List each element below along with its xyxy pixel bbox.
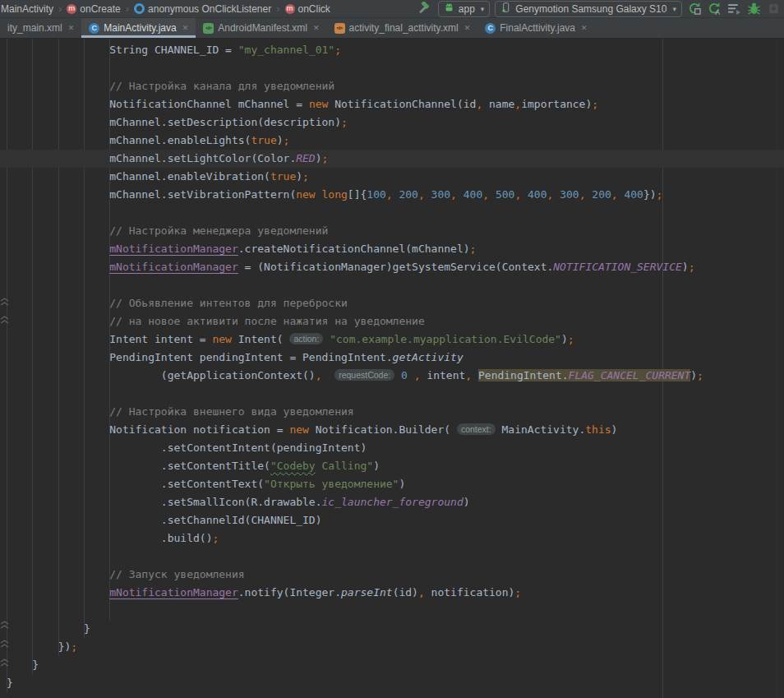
rerun-icon[interactable]: [687, 2, 702, 16]
code-line[interactable]: mNotificationManager = (NotificationMana…: [0, 258, 784, 276]
breadcrumb-item[interactable]: anonymous OnClickListener: [134, 3, 271, 15]
java-class-icon: C: [485, 23, 496, 34]
device-label: Genymotion Samsung Galaxy S10: [515, 3, 666, 15]
run-toolbar: app ▾ Genymotion Samsung Galaxy S10 ▾: [418, 1, 784, 17]
code-line[interactable]: .setContentTitle("Codeby Calling"): [0, 457, 784, 475]
build-hammer-icon[interactable]: [418, 2, 433, 16]
code-line[interactable]: [0, 204, 784, 222]
tab-bar: ity_main.xml✕CMainActivity.java✕</>Andro…: [0, 18, 784, 39]
android-app-icon: [444, 2, 454, 16]
breadcrumb-separator-icon: ›: [126, 2, 129, 15]
code-line[interactable]: [0, 59, 784, 77]
apply-changes-icon[interactable]: A: [707, 2, 722, 16]
code-line[interactable]: }: [0, 656, 784, 674]
code-line[interactable]: Intent intent = new Intent( action: "com…: [0, 331, 784, 349]
run-config-label: app: [459, 3, 475, 15]
run-tasks-icon[interactable]: [726, 2, 741, 16]
editor-tab[interactable]: </>activity_final_acttivity.xml✕: [327, 18, 478, 38]
phone-icon: [500, 2, 511, 16]
anonymous-class-icon: [134, 3, 145, 14]
code-line[interactable]: String CHANNEL_ID = "my_channel_01";: [0, 41, 784, 59]
code-line[interactable]: mChannel.enableVibration(true);: [0, 168, 784, 186]
code-line[interactable]: [0, 602, 784, 620]
manifest-file-icon: </>: [203, 23, 214, 34]
debug-icon[interactable]: [746, 2, 761, 16]
parameter-hint: action:: [289, 333, 323, 344]
tab-close-icon[interactable]: ✕: [182, 24, 189, 32]
editor-tab[interactable]: CMainActivity.java✕: [81, 18, 196, 38]
tab-label: ity_main.xml: [7, 22, 62, 34]
method-icon: m: [285, 4, 295, 14]
code-line[interactable]: (getApplicationContext(), requestCode: 0…: [0, 367, 784, 385]
editor[interactable]: String CHANNEL_ID = "my_channel_01"; // …: [0, 39, 784, 698]
method-icon: m: [67, 4, 76, 14]
tab-label: FinalActtivity.java: [500, 22, 575, 34]
code-line[interactable]: mNotificationManager.notify(Integer.pars…: [0, 584, 784, 602]
code-line[interactable]: .setChannelId(CHANNEL_ID): [0, 511, 784, 529]
breadcrumb-label: onCreate: [80, 3, 120, 15]
navigation-toolbar: MainActivity›monCreate›anonymous OnClick…: [0, 0, 784, 18]
code-line[interactable]: NotificationChannel mChannel = new Notif…: [0, 95, 784, 113]
code-line[interactable]: // Настройка внешнего вида уведомления: [0, 403, 784, 421]
code-area[interactable]: String CHANNEL_ID = "my_channel_01"; // …: [0, 39, 784, 692]
tab-close-icon[interactable]: ✕: [581, 24, 588, 32]
code-line[interactable]: }: [0, 674, 784, 692]
chevron-down-icon: ▾: [481, 5, 485, 13]
code-line[interactable]: mChannel.setDescription(description);: [0, 113, 784, 132]
code-line[interactable]: mNotificationManager.createNotificationC…: [0, 240, 784, 258]
editor-tab[interactable]: ity_main.xml✕: [0, 18, 81, 38]
breadcrumb-separator-icon: ›: [58, 2, 62, 15]
code-line[interactable]: });: [0, 638, 784, 656]
code-line[interactable]: // на новое активити после нажатия на ув…: [0, 312, 784, 331]
code-line[interactable]: mChannel.setLightColor(Color.RED);: [0, 150, 784, 168]
code-line[interactable]: // Обьявление интентов для переброски: [0, 294, 784, 312]
breadcrumb: MainActivity›monCreate›anonymous OnClick…: [0, 2, 330, 15]
code-line[interactable]: .setContentText("Открыть уведомление"): [0, 475, 784, 493]
code-line[interactable]: // Настройка менеджера уведомлений: [0, 222, 784, 240]
tab-close-icon[interactable]: ✕: [464, 24, 471, 32]
breadcrumb-separator-icon: ›: [276, 2, 279, 15]
tab-label: AndroidManifest.xml: [218, 22, 307, 34]
code-line[interactable]: .setContentIntent(pendingIntent): [0, 439, 784, 457]
code-line[interactable]: Notification notification = new Notifica…: [0, 421, 784, 439]
run-config-dropdown[interactable]: app ▾: [438, 1, 491, 17]
parameter-hint: requestCode:: [334, 369, 394, 381]
code-line[interactable]: mChannel.setVibrationPattern(new long[]{…: [0, 186, 784, 204]
java-class-icon: C: [89, 23, 99, 34]
breadcrumb-item[interactable]: MainActivity: [1, 3, 53, 15]
code-line[interactable]: [0, 548, 784, 566]
breadcrumb-item[interactable]: monCreate: [67, 3, 120, 15]
code-line[interactable]: .setSmallIcon(R.drawable.ic_launcher_for…: [0, 493, 784, 511]
tab-close-icon[interactable]: ✕: [313, 24, 320, 32]
code-line[interactable]: [0, 276, 784, 294]
breadcrumb-label: MainActivity: [1, 3, 53, 15]
editor-tab[interactable]: </>AndroidManifest.xml✕: [196, 18, 326, 38]
breadcrumb-label: anonymous OnClickListener: [148, 3, 271, 15]
attach-debugger-icon[interactable]: [766, 2, 781, 16]
code-line[interactable]: .build();: [0, 529, 784, 548]
parameter-hint: context:: [457, 423, 496, 435]
breadcrumb-label: onClick: [298, 3, 330, 15]
chevron-down-icon: ▾: [672, 5, 676, 13]
code-line[interactable]: mChannel.enableLights(true);: [0, 132, 784, 150]
editor-tab[interactable]: CFinalActtivity.java✕: [477, 18, 594, 38]
code-line[interactable]: [0, 385, 784, 403]
breadcrumb-item[interactable]: monClick: [285, 3, 330, 15]
layout-xml-file-icon: </>: [334, 23, 345, 34]
svg-text:A: A: [715, 8, 720, 16]
tab-close-icon[interactable]: ✕: [68, 24, 75, 32]
tab-label: activity_final_acttivity.xml: [349, 22, 459, 34]
code-line[interactable]: // Настройка канала для уведомлений: [0, 77, 784, 95]
code-line[interactable]: PendingIntent pendingIntent = PendingInt…: [0, 349, 784, 367]
device-dropdown[interactable]: Genymotion Samsung Galaxy S10 ▾: [495, 1, 682, 17]
code-line[interactable]: }: [0, 620, 784, 638]
code-line[interactable]: // Запуск уведомления: [0, 566, 784, 584]
tab-label: MainActivity.java: [104, 22, 176, 34]
